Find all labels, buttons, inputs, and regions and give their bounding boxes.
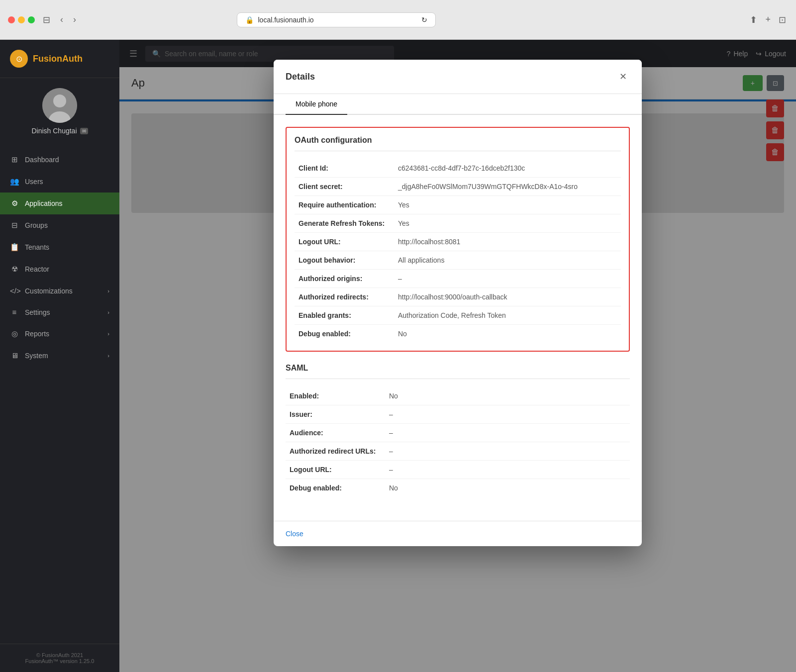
reload-icon[interactable]: ↻ (421, 16, 427, 24)
applications-icon: ⚙ (10, 199, 19, 208)
table-row: Authorized redirect URLs: – (286, 442, 630, 461)
field-value: – (385, 442, 630, 461)
sidebar-item-dashboard[interactable]: ⊞ Dashboard (0, 149, 119, 171)
browser-chrome: ⊟ ‹ › 🔒 local.fusionauth.io ↻ ⬆ + ⊡ (0, 0, 796, 40)
table-row: Debug enabled: No (295, 325, 621, 343)
groups-icon: ⊟ (10, 221, 19, 230)
avatar-image (42, 88, 77, 123)
svg-point-1 (53, 95, 66, 107)
table-row: Require authentication: Yes (295, 196, 621, 214)
table-row: Enabled: No (286, 387, 630, 405)
field-label: Authorized redirects: (295, 288, 394, 306)
field-label: Debug enabled: (286, 479, 385, 497)
avatar (42, 88, 77, 123)
table-row: Logout URL: – (286, 461, 630, 479)
table-row: Debug enabled: No (286, 479, 630, 497)
chevron-right-icon: › (107, 331, 109, 337)
table-row: Audience: – (286, 424, 630, 442)
table-row: Enabled grants: Authorization Code, Refr… (295, 306, 621, 325)
modal-header: Details ✕ (274, 60, 642, 94)
field-value: – (394, 270, 621, 288)
modal-overlay: Details ✕ Mobile phone OAuth configurati… (119, 40, 796, 672)
modal-close-button[interactable]: ✕ (616, 70, 630, 84)
sidebar-logo: ⊙ FusionAuth (0, 40, 119, 78)
field-label: Enabled grants: (295, 306, 394, 325)
sidebar-item-settings[interactable]: ≡ Settings › (0, 301, 119, 323)
field-label: Client Id: (295, 159, 394, 178)
field-value: http://localhost:8081 (394, 233, 621, 251)
field-value: All applications (394, 251, 621, 270)
field-value: – (385, 405, 630, 424)
table-row: Generate Refresh Tokens: Yes (295, 214, 621, 233)
table-row: Client secret: _djgA8heFo0WSlMom7U39WmGT… (295, 178, 621, 196)
url-text: local.fusionauth.io (258, 16, 313, 24)
oauth-detail-table: Client Id: c6243681-cc8d-4df7-b27c-16dce… (295, 159, 621, 343)
user-name-label: Dinish Chugtai ✉ (31, 127, 88, 135)
details-modal: Details ✕ Mobile phone OAuth configurati… (274, 60, 642, 546)
address-bar[interactable]: 🔒 local.fusionauth.io ↻ (237, 12, 436, 27)
field-label: Audience: (286, 424, 385, 442)
user-section: Dinish Chugtai ✉ (0, 78, 119, 145)
close-button[interactable] (8, 16, 15, 23)
modal-body: OAuth configuration Client Id: c6243681-… (274, 115, 642, 521)
settings-icon: ≡ (10, 308, 19, 316)
sidebar-item-applications[interactable]: ⚙ Applications (0, 192, 119, 214)
field-value: – (385, 461, 630, 479)
sidebar-item-users[interactable]: 👥 Users (0, 171, 119, 192)
field-label: Authorized redirect URLs: (286, 442, 385, 461)
saml-detail-table: Enabled: No Issuer: – Audience: – (286, 387, 630, 497)
reactor-icon: ☢ (10, 265, 19, 274)
sidebar-navigation: ⊞ Dashboard 👥 Users ⚙ Applications ⊟ Gro… (0, 145, 119, 644)
main-content: ☰ 🔍 Search on email, name or role ? Help… (119, 40, 796, 672)
sidebar-item-tenants[interactable]: 📋 Tenants (0, 236, 119, 258)
chevron-right-icon: › (107, 309, 109, 315)
field-value: No (394, 325, 621, 343)
logo-text: FusionAuth (33, 54, 83, 64)
oauth-section-title: OAuth configuration (295, 136, 621, 145)
maximize-button[interactable] (28, 16, 35, 23)
new-tab-button[interactable]: + (763, 12, 773, 27)
sidebar: ⊙ FusionAuth Dinish Chugtai ✉ ⊞ Dashboar… (0, 40, 119, 672)
tab-icon-button[interactable]: ⊟ (41, 12, 52, 27)
customizations-icon: </> (10, 287, 19, 295)
field-label: Require authentication: (295, 196, 394, 214)
sidebar-footer: © FusionAuth 2021 FusionAuth™ version 1.… (0, 644, 119, 672)
field-value: _djgA8heFo0WSlMom7U39WmGTQFHWkcD8x-A1o-4… (394, 178, 621, 196)
field-value: Yes (394, 196, 621, 214)
saml-section-title: SAML (286, 364, 630, 373)
back-button[interactable]: ‹ (58, 12, 65, 27)
saml-section: SAML Enabled: No Issuer: – (286, 364, 630, 497)
lock-icon: 🔒 (245, 16, 254, 24)
table-row: Authorized redirects: http://localhost:9… (295, 288, 621, 306)
field-value: – (385, 424, 630, 442)
field-value: http://localhost:9000/oauth-callback (394, 288, 621, 306)
close-link-button[interactable]: Close (286, 530, 303, 538)
sidebar-item-reports[interactable]: ◎ Reports › (0, 323, 119, 345)
sidebar-item-customizations[interactable]: </> Customizations › (0, 280, 119, 301)
field-label: Authorized origins: (295, 270, 394, 288)
sidebar-item-system[interactable]: 🖥 System › (0, 345, 119, 366)
field-value: Authorization Code, Refresh Token (394, 306, 621, 325)
forward-button[interactable]: › (71, 12, 78, 27)
chevron-right-icon: › (107, 353, 109, 359)
field-label: Issuer: (286, 405, 385, 424)
oauth-configuration-section: OAuth configuration Client Id: c6243681-… (286, 127, 630, 352)
saml-divider (286, 379, 630, 379)
minimize-button[interactable] (18, 16, 25, 23)
field-label: Logout behavior: (295, 251, 394, 270)
table-row: Logout behavior: All applications (295, 251, 621, 270)
field-label: Logout URL: (286, 461, 385, 479)
logo-icon: ⊙ (10, 50, 28, 68)
reports-icon: ◎ (10, 329, 19, 338)
field-label: Generate Refresh Tokens: (295, 214, 394, 233)
field-label: Client secret: (295, 178, 394, 196)
field-value: No (385, 387, 630, 405)
sidebar-item-reactor[interactable]: ☢ Reactor (0, 258, 119, 280)
field-value: No (385, 479, 630, 497)
share-button[interactable]: ⬆ (748, 12, 759, 27)
sidebar-item-groups[interactable]: ⊟ Groups (0, 214, 119, 236)
mobile-phone-tab[interactable]: Mobile phone (286, 94, 347, 115)
table-row: Authorized origins: – (295, 270, 621, 288)
section-divider (295, 151, 621, 151)
sidebar-button[interactable]: ⊡ (777, 12, 788, 27)
